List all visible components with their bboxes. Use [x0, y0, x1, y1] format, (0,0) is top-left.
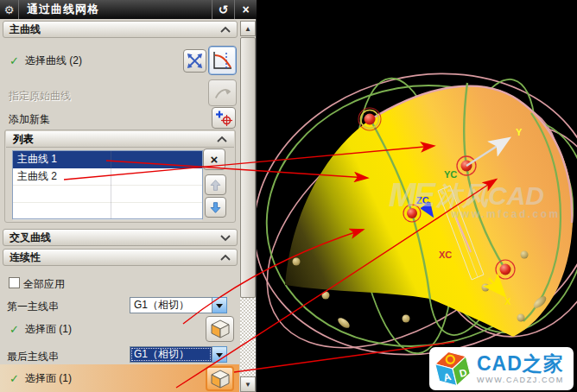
list-item-label: 主曲线 1 [17, 152, 57, 167]
chevron-up-icon [220, 26, 231, 34]
last-primary-string-dropdown[interactable]: G1（相切） [130, 346, 227, 363]
scroll-up-icon: ▲ [244, 25, 251, 33]
watermark-brand: 沐风CAD [435, 181, 544, 210]
check-icon: ✓ [10, 372, 19, 385]
origin-curve-icon [212, 84, 233, 103]
dropdown-arrow-icon[interactable] [212, 346, 227, 363]
select-face-last-label: 选择面 (1) [25, 371, 72, 386]
watermark-url: www.mfcad.com [450, 208, 561, 220]
scrollbar-up-button[interactable]: ▲ [240, 21, 256, 36]
section-cross-curves[interactable]: 交叉曲线 [3, 229, 238, 246]
section-label: 连续性 [10, 250, 41, 265]
badge-title: CAD之家 [477, 353, 564, 374]
dropdown-arrow-icon[interactable] [212, 297, 227, 313]
last-primary-string-label: 最后主线串 [7, 350, 59, 364]
primary-curve-list[interactable]: 主曲线 1 主曲线 2 [12, 150, 203, 219]
move-down-button[interactable] [205, 197, 226, 218]
select-curve-row[interactable]: ✓ 选择曲线 (2) [10, 54, 82, 68]
select-face-last-button[interactable] [206, 366, 234, 391]
select-face-last-row[interactable]: ✓ 选择面 (1) [10, 371, 72, 386]
chevron-up-icon [220, 254, 231, 262]
dialog-title: 通过曲线网格 [19, 0, 212, 19]
select-face-first-button[interactable] [206, 316, 234, 342]
cadzj-logo-badge: A D CAD之家 WWW.CADZJ.COM [429, 347, 574, 390]
section-label: 列表 [13, 132, 34, 147]
check-icon: ✓ [10, 323, 19, 336]
section-label: 主曲线 [10, 22, 41, 37]
axis-label-yc: YC [444, 169, 457, 180]
gear-icon: ⚙ [4, 3, 15, 16]
add-new-set-icon [213, 109, 234, 127]
first-primary-string-dropdown[interactable]: G1（相切） [130, 297, 227, 313]
badge-url: WWW.CADZJ.COM [477, 376, 564, 384]
select-face-first-label: 选择面 (1) [25, 322, 72, 337]
crossing-selection-button[interactable] [183, 49, 206, 73]
select-face-first-row[interactable]: ✓ 选择面 (1) [10, 322, 72, 337]
watermark-logo: ME [389, 177, 437, 213]
section-continuity[interactable]: 连续性 [3, 249, 238, 266]
direction-cone [336, 316, 352, 330]
model-scene: Y YC ZC XC X ME 沐风CAD www.mfcad.com [257, 0, 577, 392]
reset-button[interactable]: ↺ [212, 0, 234, 19]
dialog-titlebar[interactable]: ⚙ 通过曲线网格 ↺ × [0, 0, 257, 19]
section-primary-curves[interactable]: 主曲线 [3, 21, 238, 38]
dropdown-value[interactable]: G1（相切） [130, 346, 212, 363]
section-list[interactable]: 列表 [6, 131, 234, 148]
dropdown-value[interactable]: G1（相切） [130, 297, 212, 313]
scrollbar-track[interactable] [240, 298, 256, 376]
crossed-arrows-icon [186, 52, 204, 70]
specify-origin-curve-label: 指定原始曲线 [9, 89, 71, 104]
curve-rule-button[interactable] [208, 46, 237, 75]
chevron-down-icon [220, 234, 231, 242]
arrow-down-icon [209, 201, 222, 214]
section-label: 交叉曲线 [10, 231, 51, 245]
delete-icon: × [211, 153, 219, 166]
axis-label-xc: XC [439, 250, 452, 260]
axis-label-y: Y [516, 127, 523, 137]
list-column-divider [111, 151, 111, 218]
add-new-set-label: 添加新集 [9, 112, 50, 127]
check-icon: ✓ [10, 54, 19, 67]
cadzj-cube-logo: A D [434, 349, 472, 389]
list-group: 列表 主曲线 1 主曲线 2 [4, 130, 236, 223]
select-curve-label: 选择曲线 (2) [25, 54, 82, 68]
dialog-menu-button[interactable]: ⚙ [0, 0, 19, 19]
chevron-up-icon [217, 136, 227, 143]
face-cube-icon [209, 319, 231, 339]
curve-rule-icon [212, 49, 234, 72]
reset-icon: ↺ [219, 3, 229, 16]
scroll-down-icon: ▼ [244, 381, 251, 389]
close-button[interactable]: × [234, 0, 257, 19]
list-item-primary-curve-2[interactable]: 主曲线 2 [13, 168, 202, 186]
graphics-viewport[interactable]: Y YC ZC XC X ME 沐风CAD www.mfcad.com [257, 0, 577, 392]
scrollbar-thumb[interactable] [240, 37, 256, 298]
move-up-button [205, 174, 226, 195]
arrow-up-icon [209, 179, 222, 192]
list-item-label: 主曲线 2 [17, 169, 57, 184]
apply-all-checkbox[interactable] [9, 277, 20, 288]
remove-item-button[interactable]: × [203, 149, 225, 170]
origin-curve-button [208, 79, 237, 106]
face-cube-icon [209, 369, 231, 389]
apply-all-label: 全部应用 [23, 277, 65, 292]
list-item-primary-curve-1[interactable]: 主曲线 1 [13, 151, 202, 168]
close-icon: × [242, 3, 249, 16]
list-item-empty[interactable] [13, 186, 202, 203]
first-primary-string-label: 第一主线串 [7, 300, 59, 314]
add-new-set-button[interactable] [212, 107, 236, 129]
scrollbar-down-button[interactable]: ▼ [240, 376, 256, 392]
list-item-empty[interactable] [13, 203, 202, 220]
through-curve-mesh-dialog: ⚙ 通过曲线网格 ↺ × 主曲线 ✓ 选择曲线 (2) 指定原始曲线 添加新集 [0, 0, 257, 392]
axis-label-x: X [504, 296, 511, 307]
